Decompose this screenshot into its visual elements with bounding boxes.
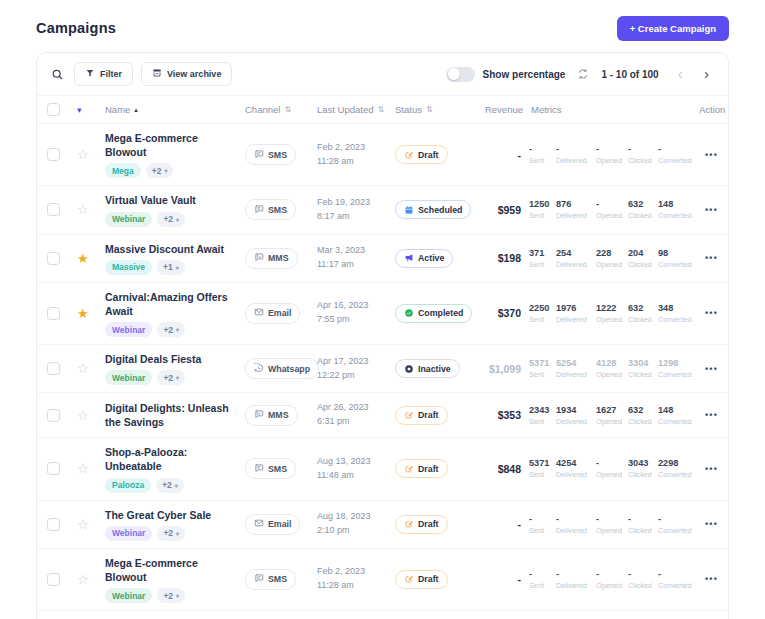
metric-label: Delivered [556, 526, 596, 535]
campaign-name[interactable]: Massive Discount Await [105, 242, 235, 256]
sync-icon[interactable] [577, 68, 589, 80]
campaign-name[interactable]: The Great Cyber Sale [105, 508, 235, 522]
row-checkbox[interactable] [47, 573, 60, 586]
tag-more-dropdown[interactable]: +2▾ [157, 588, 185, 603]
campaign-name[interactable]: Mega E-commerce Blowout [105, 131, 235, 159]
column-header-channel[interactable]: Channel ⇅ [245, 104, 317, 115]
metric-value: 4128 [596, 358, 628, 368]
star-icon[interactable]: ☆ [77, 409, 105, 422]
row-actions-button[interactable]: ••• [699, 574, 720, 584]
metric: 4254Delivered [556, 458, 596, 479]
star-icon[interactable]: ★ [77, 252, 105, 265]
metrics-cell: -Sent-Delivered-Opened-Clicked-Converted [529, 514, 699, 535]
row-checkbox[interactable] [47, 148, 60, 161]
column-header-last-updated[interactable]: Last Updated ⇅ [317, 104, 395, 115]
revenue-value: - [477, 518, 529, 530]
row-checkbox[interactable] [47, 462, 60, 475]
campaign-name[interactable]: Shop-a-Palooza: Unbeatable [105, 445, 235, 473]
name-cell: Virtual Value Vault Webinar +2▾ [105, 193, 245, 226]
view-archive-button[interactable]: View archive [141, 62, 232, 86]
campaign-tag: Mega [105, 163, 141, 178]
search-icon[interactable] [51, 68, 64, 81]
chevron-down-icon: ▾ [176, 216, 179, 223]
campaigns-card: Filter View archive Show percentage 1 - … [36, 52, 729, 619]
column-header-name[interactable]: Name ▴ [105, 104, 245, 115]
row-actions-button[interactable]: ••• [699, 364, 720, 374]
tag-more-dropdown[interactable]: +2▾ [157, 526, 185, 541]
star-icon[interactable]: ☆ [77, 518, 105, 531]
metric-label: Sent [529, 260, 556, 269]
star-icon[interactable]: ★ [77, 307, 105, 320]
star-icon[interactable]: ☆ [77, 362, 105, 375]
row-actions-button[interactable]: ••• [699, 308, 720, 318]
last-updated-cell: Mar 3, 2023 11:17 am [317, 244, 395, 272]
campaign-name[interactable]: Virtual Value Vault [105, 193, 235, 207]
metric: 2298Converted [658, 458, 699, 479]
select-options-chevron-icon[interactable]: ▾ [77, 105, 105, 115]
tag-more-dropdown[interactable]: +2▾ [157, 212, 185, 227]
metric-label: Sent [529, 417, 556, 426]
metric-value: 1298 [658, 358, 699, 368]
star-icon[interactable]: ☆ [77, 203, 105, 216]
row-checkbox[interactable] [47, 307, 60, 320]
status-badge: Draft [395, 515, 448, 534]
last-updated-date: Apr 26, 2023 [317, 401, 395, 415]
metric-value: - [658, 144, 699, 154]
metric-value: 148 [658, 405, 699, 415]
star-icon[interactable]: ☆ [77, 573, 105, 586]
channel-cell: SMS [245, 199, 317, 220]
campaign-tag: Webinar [105, 526, 152, 541]
view-archive-label: View archive [167, 69, 221, 79]
column-header-status[interactable]: Status ⇅ [395, 104, 477, 115]
status-icon [404, 364, 414, 374]
metric-label: Clicked [628, 260, 658, 269]
star-icon[interactable]: ☆ [77, 462, 105, 475]
row-checkbox[interactable] [47, 409, 60, 422]
star-icon[interactable]: ☆ [77, 148, 105, 161]
row-actions-button[interactable]: ••• [699, 205, 720, 215]
campaign-name[interactable]: Digital Delights: Unleash the Savings [105, 401, 235, 429]
row-checkbox[interactable] [47, 203, 60, 216]
last-updated-time: 11:17 am [317, 258, 395, 272]
table-row: ★ Massive Discount Await Massive +1▾ MMS… [37, 234, 728, 282]
metric: 228Opened [596, 248, 628, 269]
channel-icon [254, 149, 264, 161]
create-campaign-button[interactable]: + Create Campaign [617, 16, 729, 41]
metric-value: - [556, 569, 596, 579]
tag-more-dropdown[interactable]: +1▾ [157, 260, 185, 275]
next-page-button[interactable]: › [697, 67, 716, 81]
select-all-checkbox[interactable] [47, 103, 60, 116]
row-actions-button[interactable]: ••• [699, 519, 720, 529]
tag-more-dropdown[interactable]: +2▾ [146, 163, 174, 178]
table-row: ☆ Virtual Value Vault Virtual +2▾ SMS Fe… [37, 610, 728, 619]
row-actions-button[interactable]: ••• [699, 464, 720, 474]
metric: -Clicked [628, 569, 658, 590]
campaign-name[interactable]: Digital Deals Fiesta [105, 352, 235, 366]
tag-more-dropdown[interactable]: +2▾ [157, 322, 185, 337]
campaign-name[interactable]: Carnival:Amazing Offers Await [105, 290, 235, 318]
metric: 5371Sent [529, 458, 556, 479]
row-actions-button[interactable]: ••• [699, 150, 720, 160]
status-label: Draft [418, 410, 439, 420]
show-percentage-toggle[interactable] [446, 67, 475, 82]
last-updated-time: 11:28 am [317, 579, 395, 593]
channel-icon [254, 463, 264, 475]
channel-icon [254, 204, 264, 216]
row-checkbox[interactable] [47, 362, 60, 375]
channel-label: SMS [268, 205, 287, 215]
sort-icon: ⇅ [426, 105, 433, 114]
metric-value: 1627 [596, 405, 628, 415]
chevron-down-icon: ▾ [176, 374, 179, 381]
row-actions-button[interactable]: ••• [699, 253, 720, 263]
tag-more-dropdown[interactable]: +2▾ [157, 370, 185, 385]
metric-value: 5371 [529, 358, 556, 368]
last-updated-date: Aug 18, 2023 [317, 510, 395, 524]
row-actions-button[interactable]: ••• [699, 410, 720, 420]
prev-page-button[interactable]: ‹ [671, 67, 690, 81]
tag-more-dropdown[interactable]: +2▾ [156, 478, 184, 493]
row-checkbox[interactable] [47, 252, 60, 265]
filter-button[interactable]: Filter [74, 62, 133, 86]
row-checkbox[interactable] [47, 518, 60, 531]
channel-badge: MMS [245, 405, 298, 426]
campaign-name[interactable]: Mega E-commerce Blowout [105, 556, 235, 584]
